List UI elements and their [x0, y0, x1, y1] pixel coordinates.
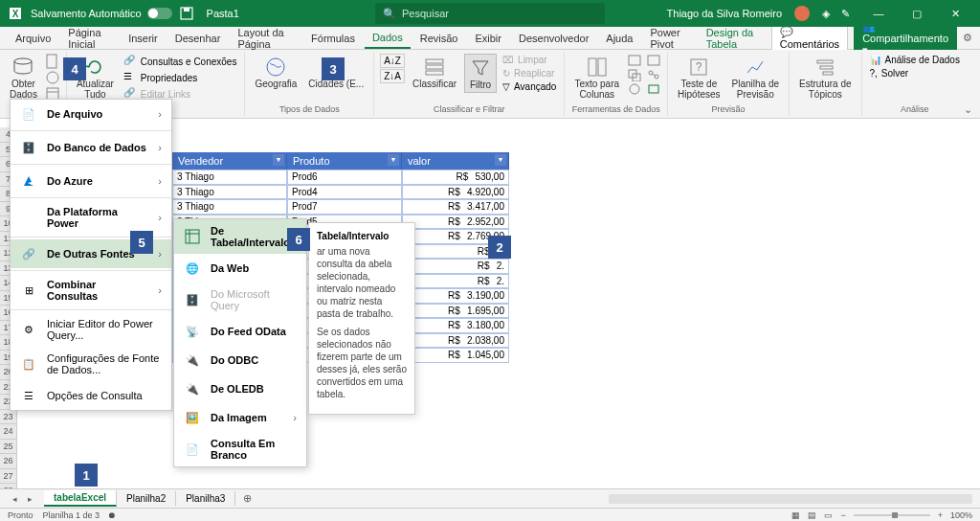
- solver[interactable]: ?,Solver: [868, 67, 962, 79]
- reapply-icon: ↻: [502, 68, 510, 79]
- sheet-tab-planilha2[interactable]: Planilha2: [117, 491, 176, 506]
- zoom-level[interactable]: 100%: [950, 510, 972, 520]
- username[interactable]: Thiago da Silva Romeiro: [667, 8, 782, 19]
- menu-azure[interactable]: Do Azure›: [11, 167, 171, 195]
- tab-powerpivot[interactable]: Power Pivot: [642, 23, 696, 54]
- tab-exibir[interactable]: Exibir: [467, 29, 509, 48]
- avancado[interactable]: ▽Avançado: [501, 80, 558, 93]
- tab-revisao[interactable]: Revisão: [412, 29, 466, 48]
- view-layout-icon[interactable]: ▤: [808, 510, 816, 520]
- submenu-consulta-branco[interactable]: 📄Consulta Em Branco: [174, 432, 306, 466]
- propriedades[interactable]: ☰Propriedades: [122, 70, 239, 85]
- submenu-web[interactable]: 🌐Da Web: [174, 254, 306, 283]
- obter-dados-button[interactable]: Obter Dados: [6, 54, 41, 102]
- tab-pagina-inicial[interactable]: Página Inicial: [60, 23, 119, 54]
- estrutura-topicos-button[interactable]: Estrutura de Tópicos: [795, 54, 855, 102]
- menu-de-arquivo[interactable]: 📄De Arquivo›: [11, 100, 171, 128]
- toggle-switch[interactable]: [147, 8, 172, 19]
- menu-power-query-editor[interactable]: ⚙Iniciar Editor do Power Query...: [11, 312, 171, 347]
- data-model-icon[interactable]: [646, 82, 661, 96]
- flash-fill-icon[interactable]: [627, 54, 642, 67]
- ribbon-options-icon[interactable]: ⚙: [963, 32, 972, 44]
- submenu-imagem[interactable]: 🖼️Da Imagem›: [174, 403, 306, 432]
- autosave-toggle[interactable]: Salvamento Automático: [31, 8, 172, 19]
- texto-colunas-button[interactable]: Texto para Colunas: [570, 54, 623, 102]
- submenu-oledb[interactable]: 🔌De OLEDB: [174, 374, 306, 403]
- table-row[interactable]: 3 ThiagoProd4R$4.920,00: [172, 185, 509, 200]
- menu-banco-dados[interactable]: 🗄️Do Banco de Dados›: [11, 133, 171, 162]
- avatar-icon[interactable]: [793, 5, 811, 22]
- save-icon[interactable]: [180, 7, 193, 20]
- col-header-produto[interactable]: Produto▾: [287, 152, 402, 170]
- annotation-1: 1: [75, 464, 98, 487]
- menu-combinar[interactable]: ⊞Combinar Consultas›: [11, 273, 171, 307]
- add-sheet-button[interactable]: ⊕: [235, 492, 259, 505]
- filter-dropdown-icon: ▾: [273, 154, 284, 166]
- sheet-tab-planilha3[interactable]: Planilha3: [176, 491, 235, 506]
- svg-rect-30: [817, 60, 833, 63]
- svg-rect-16: [426, 71, 443, 75]
- menu-power-platform[interactable]: Da Plataforma Power›: [11, 200, 171, 235]
- from-text-icon[interactable]: [45, 54, 60, 69]
- validation-icon[interactable]: [627, 82, 642, 96]
- planilha-previsao-button[interactable]: Planilha de Previsão: [728, 54, 783, 102]
- filtro-button[interactable]: Filtro: [464, 54, 497, 93]
- pq-editor-icon: ⚙: [20, 321, 37, 338]
- view-pagebreak-icon[interactable]: ▭: [824, 510, 833, 520]
- row-header: 27: [0, 469, 17, 485]
- consolidate-icon[interactable]: [646, 54, 661, 67]
- svg-rect-4: [184, 8, 189, 11]
- pen-icon[interactable]: ✎: [841, 8, 850, 20]
- macro-record-icon[interactable]: ⏺: [107, 510, 116, 520]
- submenu-odata[interactable]: 📡Do Feed OData: [174, 317, 306, 346]
- table-row[interactable]: 3 ThiagoProd6R$530,00: [172, 170, 509, 185]
- zoom-slider[interactable]: [854, 514, 930, 516]
- svg-rect-31: [820, 66, 833, 69]
- col-header-valor[interactable]: valor▾: [402, 152, 509, 170]
- diamond-icon[interactable]: ◈: [822, 8, 830, 20]
- minimize-button[interactable]: —: [861, 0, 896, 27]
- group-previsao-label: Previsão: [674, 102, 783, 114]
- remove-dup-icon[interactable]: [627, 68, 642, 81]
- ribbon-collapse-icon[interactable]: ⌄: [964, 103, 972, 116]
- comments-button[interactable]: 💬 Comentários: [771, 23, 848, 53]
- tab-formulas[interactable]: Fórmulas: [303, 29, 363, 48]
- connections-icon: 🔗: [123, 55, 137, 68]
- autosave-label: Salvamento Automático: [31, 8, 142, 19]
- consultas-conexoes[interactable]: 🔗Consultas e Conexões: [122, 54, 239, 69]
- tab-layout[interactable]: Layout da Página: [230, 23, 301, 54]
- zoom-in[interactable]: +: [938, 510, 943, 520]
- analise-dados[interactable]: 📊Análise de Dados: [868, 54, 962, 66]
- relations-icon[interactable]: [646, 68, 661, 81]
- tab-ajuda[interactable]: Ajuda: [598, 29, 640, 48]
- geografia-button[interactable]: Geografia: [251, 54, 301, 91]
- row-header: 26: [0, 454, 17, 469]
- tab-inserir[interactable]: Inserir: [121, 29, 166, 48]
- zoom-out[interactable]: −: [840, 510, 845, 520]
- menu-opcoes-consulta[interactable]: ☰Opções de Consulta: [11, 381, 171, 410]
- teste-hipoteses-button[interactable]: ?Teste de Hipóteses: [674, 54, 724, 102]
- sort-az-icon[interactable]: A↓Z: [380, 54, 405, 68]
- tab-design-tabela[interactable]: Design da Tabela: [699, 23, 769, 54]
- sheet-nav-first[interactable]: ◂: [8, 494, 21, 504]
- tab-arquivo[interactable]: Arquivo: [8, 29, 58, 48]
- tab-desenhar[interactable]: Desenhar: [167, 29, 229, 48]
- sheet-tab-tabelaexcel[interactable]: tabelaExcel: [44, 490, 117, 507]
- svg-rect-33: [186, 230, 199, 243]
- search-box[interactable]: 🔍 Pesquisar: [375, 3, 605, 24]
- submenu-odbc[interactable]: 🔌Do ODBC: [174, 346, 306, 374]
- horizontal-scrollbar[interactable]: [609, 494, 972, 504]
- view-normal-icon[interactable]: ▦: [791, 510, 800, 520]
- from-web-icon[interactable]: [45, 70, 60, 85]
- col-header-vendedor[interactable]: Vendedor▾: [172, 152, 287, 170]
- close-button[interactable]: ✕: [938, 0, 972, 27]
- menu-fonte-dados-config[interactable]: 📋Configurações de Fonte de Dados...: [11, 347, 171, 381]
- sheet-nav-prev[interactable]: ▸: [23, 494, 36, 504]
- tab-dados[interactable]: Dados: [365, 28, 411, 49]
- classificar-button[interactable]: Classificar: [409, 54, 460, 91]
- status-sheet-info: Planilha 1 de 3: [43, 510, 100, 520]
- tab-desenvolvedor[interactable]: Desenvolvedor: [511, 29, 596, 48]
- table-row[interactable]: 3 ThiagoProd7R$3.417,00: [172, 199, 509, 215]
- maximize-button[interactable]: ▢: [900, 0, 934, 27]
- sort-za-icon[interactable]: Z↓A: [380, 69, 405, 83]
